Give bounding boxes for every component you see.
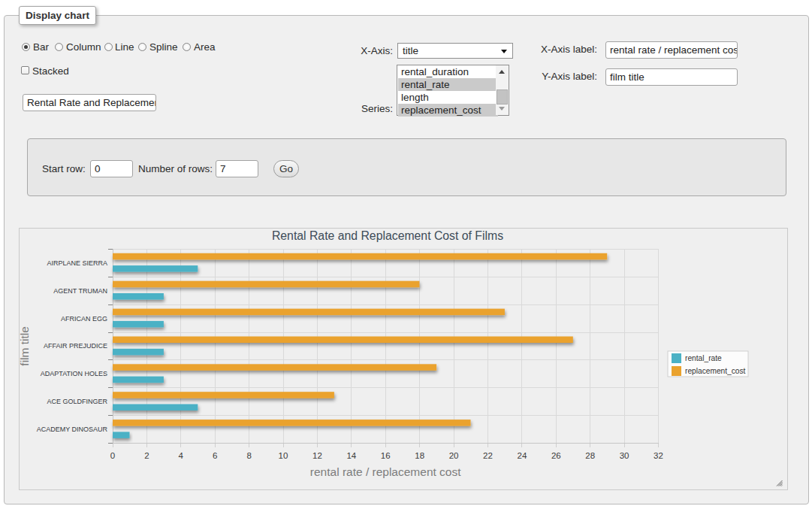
svg-text:16: 16 (381, 451, 391, 460)
svg-text:18: 18 (415, 451, 424, 460)
svg-text:30: 30 (620, 451, 629, 460)
svg-text:10: 10 (279, 451, 288, 460)
svg-text:AIRPLANE SIERRA: AIRPLANE SIERRA (47, 259, 107, 267)
svg-text:replacement_cost: replacement_cost (685, 367, 746, 375)
svg-text:AGENT TRUMAN: AGENT TRUMAN (53, 287, 107, 295)
svg-text:4: 4 (179, 451, 184, 460)
svg-text:ACADEMY DINOSAUR: ACADEMY DINOSAUR (37, 426, 108, 433)
svg-text:film title: film title (19, 326, 31, 366)
svg-text:14: 14 (346, 451, 356, 460)
svg-text:rental_rate: rental_rate (685, 354, 722, 362)
svg-text:AFRICAN EGG: AFRICAN EGG (61, 315, 107, 323)
svg-text:Rental Rate and Replacement Co: Rental Rate and Replacement Cost of Film… (272, 229, 503, 242)
svg-text:2: 2 (144, 451, 149, 460)
svg-text:0: 0 (110, 451, 115, 460)
svg-text:22: 22 (483, 451, 493, 460)
svg-text:6: 6 (213, 451, 217, 460)
svg-text:32: 32 (654, 451, 663, 460)
svg-text:8: 8 (246, 451, 251, 460)
svg-text:24: 24 (518, 451, 527, 460)
svg-text:rental rate / replacement cost: rental rate / replacement cost (310, 465, 461, 478)
svg-text:20: 20 (449, 451, 459, 460)
svg-text:28: 28 (585, 451, 595, 460)
svg-text:AFFAIR PREJUDICE: AFFAIR PREJUDICE (44, 342, 107, 350)
svg-text:ADAPTATION HOLES: ADAPTATION HOLES (41, 370, 107, 377)
svg-text:12: 12 (312, 451, 322, 460)
svg-text:26: 26 (551, 451, 561, 460)
svg-text:ACE GOLDFINGER: ACE GOLDFINGER (47, 398, 107, 405)
